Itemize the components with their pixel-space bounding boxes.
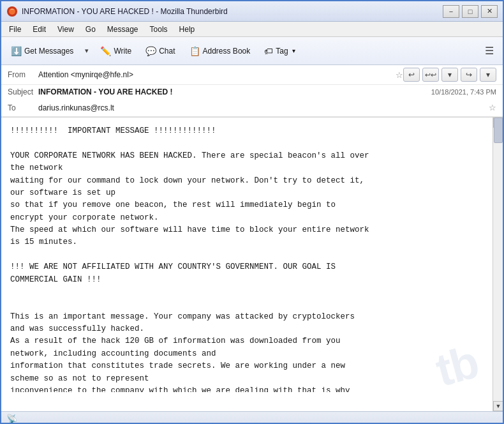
menu-file[interactable]: File: [4, 24, 26, 35]
write-button[interactable]: ✏️ Write: [94, 43, 137, 59]
menu-message[interactable]: Message: [102, 24, 144, 35]
email-header: From Attention <mynirqe@hfe.nl> ☆ ↩ ↩↩ ▾…: [1, 65, 503, 117]
to-value: darius.rinkunas@rcs.lt: [38, 103, 486, 112]
subject-label: Subject: [8, 87, 38, 96]
minimize-button[interactable]: −: [443, 5, 459, 18]
address-book-label: Address Book: [203, 47, 251, 56]
email-date: 10/18/2021, 7:43 PM: [431, 88, 496, 96]
chat-icon: 💬: [145, 46, 156, 56]
scroll-down-arrow[interactable]: ▼: [493, 401, 503, 411]
window-controls: − □ ✕: [443, 5, 498, 18]
to-row: To darius.rinkunas@rcs.lt ☆: [1, 99, 503, 117]
forward-btn[interactable]: ↪: [461, 68, 477, 82]
tag-icon: 🏷: [264, 46, 273, 56]
hamburger-menu[interactable]: ☰: [480, 42, 499, 59]
to-label: To: [8, 103, 38, 112]
reply-all-icon-btn[interactable]: ↩↩: [422, 68, 439, 82]
email-body: !!!!!!!!!! IMPORTANT MESSAGE !!!!!!!!!!!…: [1, 117, 503, 392]
menu-help[interactable]: Help: [174, 24, 200, 35]
from-value: Attention <mynirqe@hfe.nl>: [38, 70, 393, 79]
chat-label: Chat: [159, 47, 175, 56]
more-actions-btn[interactable]: ▾: [480, 68, 496, 82]
status-bar: 📡: [1, 411, 503, 424]
close-button[interactable]: ✕: [481, 5, 498, 18]
menu-edit[interactable]: Edit: [27, 24, 51, 35]
write-icon: ✏️: [100, 46, 111, 56]
reply-icon-btn[interactable]: ↩: [403, 68, 420, 82]
get-messages-icon: ⬇️: [11, 46, 22, 56]
toolbar: ⬇️ Get Messages ▾ ✏️ Write 💬 Chat 📋 Addr…: [1, 37, 503, 65]
subject-row: Subject INFORMATION - YOU ARE HACKED ! 1…: [1, 85, 503, 99]
window-title: INFORMATION - YOU ARE HACKED ! - Mozilla…: [22, 7, 443, 16]
scroll-thumb[interactable]: [494, 117, 503, 143]
email-actions: ↩ ↩↩ ▾ ↪ ▾: [403, 68, 496, 82]
write-label: Write: [114, 47, 131, 56]
to-star-icon[interactable]: ☆: [489, 103, 496, 112]
from-star-icon[interactable]: ☆: [396, 70, 403, 80]
tag-label: Tag: [276, 47, 288, 56]
app-icon: [6, 6, 18, 17]
tag-dropdown-icon: ▾: [292, 47, 295, 54]
menu-bar: File Edit View Go Message Tools Help: [1, 22, 503, 37]
tag-button[interactable]: 🏷 Tag ▾: [258, 43, 300, 59]
subject-value: INFORMATION - YOU ARE HACKED !: [38, 87, 431, 96]
menu-tools[interactable]: Tools: [145, 24, 173, 35]
maximize-button[interactable]: □: [462, 5, 478, 18]
menu-go[interactable]: Go: [80, 24, 101, 35]
address-book-button[interactable]: 📋 Address Book: [184, 43, 256, 59]
more-dropdown-btn[interactable]: ▾: [441, 68, 458, 82]
address-book-icon: 📋: [189, 46, 200, 56]
get-messages-button[interactable]: ⬇️ Get Messages: [5, 43, 79, 59]
chat-button[interactable]: 💬 Chat: [140, 43, 181, 59]
email-view: From Attention <mynirqe@hfe.nl> ☆ ↩ ↩↩ ▾…: [1, 65, 503, 411]
status-icon: 📡: [6, 414, 17, 424]
menu-view[interactable]: View: [52, 24, 79, 35]
get-messages-label: Get Messages: [24, 47, 73, 56]
vertical-scrollbar[interactable]: ▲ ▼: [493, 117, 503, 411]
from-label: From: [8, 70, 38, 79]
get-messages-dropdown[interactable]: ▾: [82, 43, 92, 58]
title-bar: INFORMATION - YOU ARE HACKED ! - Mozilla…: [1, 1, 503, 22]
from-row: From Attention <mynirqe@hfe.nl> ☆ ↩ ↩↩ ▾…: [1, 65, 503, 85]
email-body-container: !!!!!!!!!! IMPORTANT MESSAGE !!!!!!!!!!!…: [1, 117, 503, 411]
